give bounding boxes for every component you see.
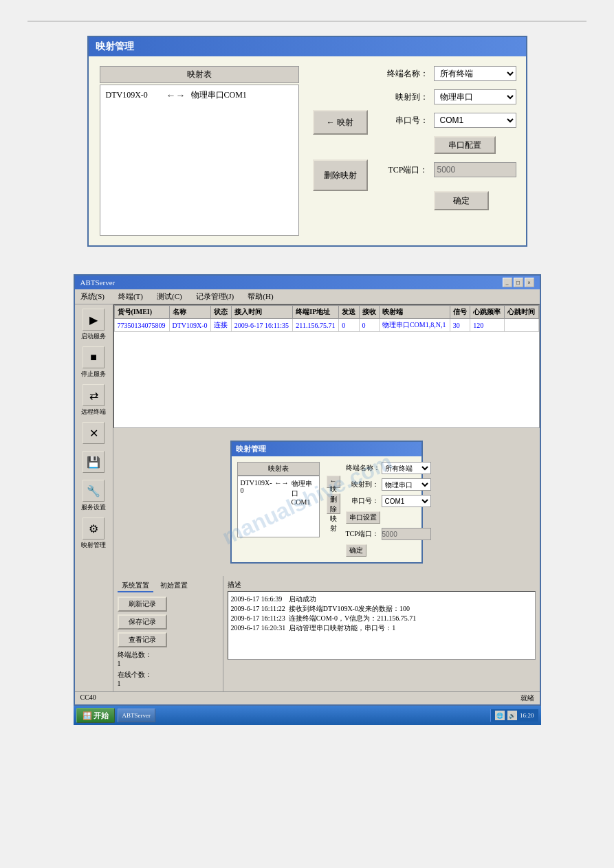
cell-ip: 211.156.75.71 (293, 319, 339, 332)
col-status: 状态 (211, 306, 231, 319)
cell-status: 连接 (211, 319, 231, 332)
terminal-count-value: 1 (118, 660, 219, 667)
app-window: ABTServer _ □ × 系统(S) 终端(T) 测试(C) 记录管理(J… (74, 274, 541, 706)
bottom-right: 描述 2009-6-17 16:6:39 启动成功 2009-6-17 16:1… (223, 576, 540, 691)
sidebar-btn-x[interactable]: ✕ (77, 421, 110, 447)
map-row[interactable]: DTV109X-0 ←→ 物理串口COM1 (103, 88, 296, 102)
sub-btn-map[interactable]: ← 映射 (327, 476, 340, 488)
sub-map-to-select[interactable]: 物理串口 (382, 478, 431, 491)
cell-connect-time: 2009-6-17 16:11:35 (231, 319, 293, 332)
sub-terminal-row: 终端名称： 所有终端 (346, 462, 431, 474)
sub-dialog: 映射管理 映射表 DTV109X-0 ←→ 物理串口COM (230, 441, 423, 564)
start-service-icon[interactable]: ▶ (83, 309, 105, 331)
sidebar-btn-save[interactable]: 💾 (77, 449, 110, 476)
sidebar-btn-mapping[interactable]: ⚙ 映射管理 (77, 516, 110, 551)
sub-map-row[interactable]: DTV109X-0 ←→ 物理串口COM1 (239, 478, 318, 507)
tab-init-settings[interactable]: 初始置置 (156, 580, 192, 592)
sub-map-content[interactable]: DTV109X-0 ←→ 物理串口COM1 (237, 476, 320, 537)
port-select[interactable]: COM1 (434, 113, 516, 128)
sidebar-btn-settings[interactable]: 🔧 服务设置 (77, 478, 110, 513)
btn-serial-config[interactable]: 串口配置 (434, 136, 496, 154)
tray-icon-1[interactable]: 🌐 (495, 711, 505, 720)
app-main: 货号(IMEI) 名称 状态 接入时间 终端IP地址 发送 接收 映射端 信号 (113, 304, 540, 691)
menu-test[interactable]: 测试(C) (154, 291, 185, 302)
port-row: 串口号： COM1 (379, 113, 516, 128)
sidebar-btn-remote[interactable]: ⇄ 远程终端 (77, 383, 110, 418)
mapping-icon[interactable]: ⚙ (83, 518, 105, 539)
cell-recv: 0 (359, 319, 379, 332)
close-btn[interactable]: × (525, 278, 534, 287)
map-port: 物理串口COM1 (191, 89, 293, 101)
status-right: 就绪 (520, 693, 534, 703)
map-table-panel: 映射表 DTV109X-0 ←→ 物理串口COM1 (100, 66, 299, 236)
port-label: 串口号： (379, 115, 428, 126)
terminal-label: 终端名称： (379, 68, 428, 80)
remote-terminal-icon[interactable]: ⇄ (83, 384, 105, 406)
sub-map-to-row: 映射到： 物理串口 (346, 478, 431, 491)
settings-icon[interactable]: 🔧 (83, 480, 105, 502)
sidebar-btn-start[interactable]: ▶ 启动服务 (77, 307, 110, 342)
tray-icon-2[interactable]: 🔊 (507, 711, 517, 720)
sub-port-select[interactable]: COM1 (382, 495, 431, 507)
log-line: 2009-6-17 16:11:22 接收到终端DTV109X-0发来的数据：1… (231, 604, 532, 614)
btn-refresh-records[interactable]: 刷新记录 (118, 597, 167, 612)
terminal-count-section: 终端总数： 1 (118, 650, 219, 667)
app-titlebar: ABTServer _ □ × (75, 276, 540, 289)
bottom-left: 系统置置 初始置置 刷新记录 保存记录 查看记录 终端总数： 1 在 (113, 576, 223, 691)
stop-service-icon[interactable]: ■ (83, 346, 105, 368)
map-table-header: 映射表 (100, 66, 299, 83)
taskbar-items: ABTServer (118, 709, 487, 722)
terminal-select[interactable]: 所有终端 (434, 66, 516, 81)
maximize-btn[interactable]: □ (514, 278, 523, 287)
table-row[interactable]: 77350134075809 DTV109X-0 连接 2009-6-17 16… (114, 319, 538, 332)
sub-btn-confirm[interactable]: 确定 (346, 544, 366, 557)
btn-delete-map[interactable]: 删除映射 (313, 159, 368, 191)
status-left: CC40 (80, 693, 96, 703)
controls-panel: 终端名称： 所有终端 映射到： 物理串口 串口号： (379, 66, 516, 236)
sub-terminal-label: 终端名称： (346, 463, 379, 473)
bottom-section: 系统置置 初始置置 刷新记录 保存记录 查看记录 终端总数： 1 在 (113, 576, 540, 691)
system-tray: 🌐 🔊 16:20 (490, 709, 538, 722)
sub-port-label: 串口号： (346, 496, 379, 506)
x-icon[interactable]: ✕ (83, 422, 105, 444)
sidebar-btn-stop[interactable]: ■ 停止服务 (77, 345, 110, 380)
col-send: 发送 (339, 306, 359, 319)
online-count-value: 1 (118, 680, 219, 687)
taskbar-item-abserver[interactable]: ABTServer (118, 709, 156, 722)
btn-save-records[interactable]: 保存记录 (118, 614, 167, 630)
minimize-btn[interactable]: _ (503, 278, 512, 287)
data-table: 货号(IMEI) 名称 状态 接入时间 终端IP地址 发送 接收 映射端 信号 (114, 305, 539, 332)
online-count-section: 在线个数： 1 (118, 670, 219, 687)
col-recv: 接收 (359, 306, 379, 319)
window-controls[interactable]: _ □ × (503, 278, 534, 287)
sub-tcp-port-row: TCP端口： (346, 528, 431, 540)
sub-btn-delete[interactable]: 删除映射 (327, 493, 340, 514)
start-service-label: 启动服务 (81, 332, 106, 341)
btn-view-records[interactable]: 查看记录 (118, 632, 167, 647)
map-to-select[interactable]: 物理串口 (434, 89, 516, 104)
btn-confirm[interactable]: 确定 (434, 191, 489, 210)
tab-system-settings[interactable]: 系统置置 (118, 580, 153, 592)
sub-btn-serial-config[interactable]: 串口设置 (346, 511, 380, 524)
menu-records[interactable]: 记录管理(J) (193, 291, 237, 302)
sub-dialog-titlebar: 映射管理 (232, 442, 421, 456)
sub-map-panel: 映射表 DTV109X-0 ←→ 物理串口COM1 (237, 462, 320, 557)
menu-terminal[interactable]: 终端(T) (116, 291, 146, 302)
col-signal: 信号 (450, 306, 470, 319)
log-line: 2009-6-17 16:11:23 连接终端COM-0，V信息为：211.15… (231, 614, 532, 623)
start-button[interactable]: 🪟 开始 (76, 708, 115, 723)
menu-system[interactable]: 系统(S) (78, 291, 107, 302)
btn-map[interactable]: ← 映射 (313, 110, 368, 135)
map-device: DTV109X-0 (106, 90, 161, 100)
col-connect-time: 接入时间 (231, 306, 293, 319)
log-area[interactable]: 2009-6-17 16:6:39 启动成功 2009-6-17 16:11:2… (228, 591, 536, 660)
map-table-content[interactable]: DTV109X-0 ←→ 物理串口COM1 (100, 85, 299, 236)
menu-help[interactable]: 帮助(H) (245, 291, 276, 302)
sub-map-header: 映射表 (237, 462, 320, 476)
data-table-area[interactable]: 货号(IMEI) 名称 状态 接入时间 终端IP地址 发送 接收 映射端 信号 (113, 304, 540, 428)
sub-tcp-input (382, 528, 431, 540)
save-icon[interactable]: 💾 (83, 451, 105, 473)
taskbar: 🪟 开始 ABTServer 🌐 🔊 16:20 (74, 706, 541, 725)
map-to-row: 映射到： 物理串口 (379, 89, 516, 104)
sub-terminal-select[interactable]: 所有终端 (382, 462, 431, 474)
